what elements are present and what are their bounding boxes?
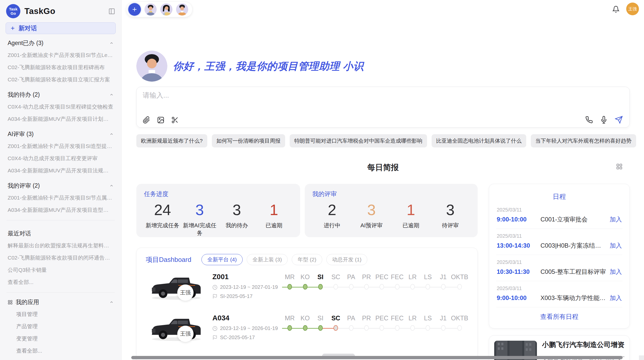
project-owner-badge: 王强: [177, 326, 194, 342]
composer-left-icons: [143, 116, 179, 124]
schedule-date: 2025/03/11: [497, 207, 622, 213]
avatar-2[interactable]: [160, 3, 172, 16]
horizontal-scrollbar[interactable]: [131, 356, 623, 359]
project-info: A034 2023-12-19 ~ 2026-01-19 SC-2025-05-…: [212, 312, 276, 340]
sidebar-item[interactable]: C0X4-动力总成开发项目SI里程碑提交物检查: [6, 101, 116, 113]
join-link[interactable]: 加入: [610, 268, 622, 276]
suggestion-chip[interactable]: 欧洲新规最近颁布了什么?: [136, 134, 207, 147]
layout-grid-icon[interactable]: [616, 163, 623, 170]
milestone-dot: [441, 325, 446, 331]
sidebar-item[interactable]: A034-全新新能源MUV产品开发项目造型可行性评审: [6, 204, 116, 216]
chevron-up-icon: [109, 300, 114, 304]
image-icon[interactable]: [157, 116, 165, 124]
recent-view-all[interactable]: 查看全部...: [6, 276, 116, 288]
sidebar-item[interactable]: C0X4-动力总成开发项目工程变更评审: [6, 152, 116, 164]
chevron-up-icon: [109, 41, 114, 45]
schedule-entry: 2025/03/11 9:00-10:00 C001-立项审批会 加入: [496, 203, 622, 229]
schedule-time: 13:00-14:30: [497, 242, 540, 249]
join-link[interactable]: 加入: [610, 294, 622, 302]
project-row-z001[interactable]: 王强 Z001 2023-12-19 ~ 2027-01-19 SI-2025-…: [146, 271, 468, 310]
attachment-icon[interactable]: [143, 116, 150, 124]
stat-value: 2: [312, 200, 352, 220]
project-vehicle-image: 王强: [146, 312, 207, 344]
schedule-event-title: C001-立项审批会: [540, 215, 607, 223]
milestone-fec: FEC: [390, 313, 405, 344]
section-my-apps[interactable]: 我的应用: [6, 297, 116, 308]
recent-chat-item[interactable]: 公司Q3轻卡销量: [6, 264, 116, 276]
briefing-header: 每日简报: [136, 162, 630, 173]
suggestion-chip[interactable]: 当下年轻人对汽车外观有怎样的喜好趋势: [531, 134, 636, 147]
view-all-schedule-link[interactable]: 查看所有日程: [496, 307, 622, 327]
composer-input[interactable]: [143, 92, 499, 99]
stat-label: 我的待办: [218, 222, 255, 229]
new-chat-label: 新对话: [19, 24, 37, 32]
section-agent-done[interactable]: Agent已办 (3): [6, 34, 116, 49]
stat-value: 24: [144, 200, 181, 220]
filter-year-model[interactable]: 年型 (2): [292, 254, 322, 265]
sidebar-item-cloud-space[interactable]: 我的云空间: [6, 357, 116, 360]
new-chat-button[interactable]: 新对话: [6, 22, 116, 34]
phone-icon[interactable]: [585, 116, 593, 124]
notification-bell-icon[interactable]: [612, 6, 620, 13]
composer: [136, 87, 630, 128]
sidebar-item[interactable]: Z001-全新燃油轻卡产品开发项目SI造型提交物评审: [6, 140, 116, 152]
sidebar-item[interactable]: A034-全新新能源MUV产品开发项目法规符合性评审: [6, 164, 116, 177]
filter-new-body[interactable]: 全新上装 (3): [247, 254, 288, 265]
suggestion-chip[interactable]: 如何写一份清晰的项目周报: [212, 134, 285, 147]
project-owner-badge: 王强: [177, 284, 194, 301]
schedule-date: 2025/03/11: [497, 286, 622, 291]
sidebar-item[interactable]: C02-飞腾新能源轻客改款项目立项汇报方案: [6, 73, 116, 86]
avatar-3[interactable]: [176, 3, 188, 16]
app-item-project[interactable]: 项目管理: [6, 308, 116, 320]
microphone-icon[interactable]: [600, 116, 608, 124]
milestone-mr: MR: [282, 272, 297, 303]
scissors-icon[interactable]: [171, 116, 179, 124]
section-ai-review[interactable]: AI评审 (3): [6, 125, 116, 140]
sidebar-collapse-icon[interactable]: [108, 8, 115, 15]
sidebar-item[interactable]: Z001-全新燃油皮卡产品开发项目SI节点Lesson Learn报告: [6, 49, 116, 61]
card-title: 我的评审: [312, 190, 470, 198]
milestone-pa: PA: [343, 313, 359, 344]
my-review-card: 我的评审 2 进行中 3 AI预评审 1: [305, 184, 478, 237]
news-title: 小鹏飞行汽车制造公司增资: [542, 341, 624, 349]
project-row-a034[interactable]: 王强 A034 2023-12-19 ~ 2026-01-19 SC-2025-…: [146, 312, 468, 351]
milestone-pr: PR: [359, 313, 374, 344]
stat-overdue: 1 已逾期: [255, 200, 292, 237]
filter-powertrain[interactable]: 动总开发 (1): [326, 254, 368, 265]
join-link[interactable]: 加入: [610, 215, 622, 223]
milestone-fec: FEC: [390, 272, 405, 303]
app-item-product[interactable]: 产品管理: [6, 320, 116, 333]
project-dashboard-card: 项目Dashboard 全新平台 (4) 全新上装 (3) 年型 (2) 动总开…: [136, 248, 478, 360]
user-avatar[interactable]: 王强: [626, 3, 639, 15]
assistant-avatar: [136, 51, 167, 82]
app-item-change[interactable]: 变更管理: [6, 333, 116, 345]
milestone-ls: LS: [420, 313, 435, 344]
project-info: Z001 2023-12-19 ~ 2027-01-19 SI-2025-05-…: [212, 271, 276, 299]
stat-value: 1: [255, 200, 292, 220]
stats-row: 任务进度 24 新增完成任务 3 新增AI完成任务 3: [136, 184, 478, 237]
sidebar-item[interactable]: Z001-全新燃油轻卡产品开发项目SI节点属性5D文件评审: [6, 192, 116, 204]
milestone-dot: [426, 284, 430, 290]
avatar-1[interactable]: [144, 3, 157, 16]
filter-new-platform[interactable]: 全新平台 (4): [201, 254, 243, 265]
recent-chat-item[interactable]: 解释最新出台的欧盟报废车法规再生塑料比例被调至15%...: [6, 239, 116, 252]
clock-icon: [212, 326, 217, 331]
stat-ai-done: 3 新增AI完成任务: [181, 200, 218, 237]
add-session-button[interactable]: [128, 3, 141, 16]
apps-view-all[interactable]: 查看全部...: [6, 345, 116, 357]
section-my-todo[interactable]: 我的待办 (2): [6, 86, 116, 101]
sidebar-item[interactable]: A034-全新新能源MUV产品开发项目计划变更表编写: [6, 113, 116, 125]
recent-chat-item[interactable]: C02-飞腾新能源轻客改款项目的闭环通告反馈情况: [6, 252, 116, 264]
milestone-sc: SC: [328, 272, 343, 303]
stat-label: AI预评审: [352, 222, 391, 229]
section-title: 最近对话: [8, 230, 31, 237]
suggestion-chip[interactable]: 特朗普可能对进口汽车增税会对中国车企造成哪些影响: [290, 134, 427, 147]
suggestion-chip[interactable]: 比亚迪全固态电池计划具体说了什么: [432, 134, 526, 147]
section-my-review[interactable]: 我的评审 (2): [6, 177, 116, 192]
join-link[interactable]: 加入: [610, 242, 622, 250]
hero: 你好，王强，我是你的项目管理助理 小识: [136, 51, 364, 82]
project-code: A034: [212, 314, 276, 322]
send-icon[interactable]: [615, 116, 623, 124]
sidebar-item[interactable]: C02-飞腾新能源轻客改款项目里程碑画布: [6, 61, 116, 73]
schedule-entry: 2025/03/11 13:00-14:30 C003|H0B-方案冻结评审 加…: [496, 229, 622, 255]
